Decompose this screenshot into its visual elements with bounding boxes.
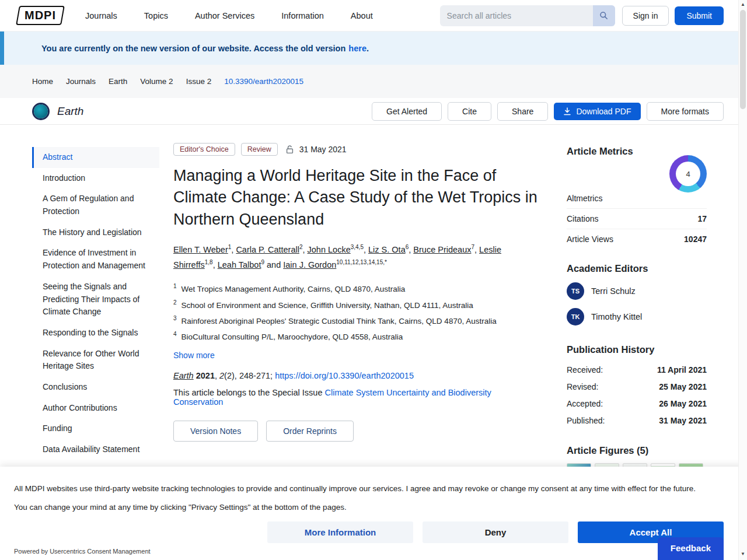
publication-history-heading: Publication History	[567, 344, 707, 355]
publish-date: 31 May 2021	[299, 145, 347, 154]
more-formats-button[interactable]: More formats	[647, 102, 724, 121]
nav-item[interactable]: Author Services	[195, 11, 254, 20]
toc-item[interactable]: Responding to the Signals	[32, 323, 159, 344]
author-separator: ,	[474, 245, 479, 254]
vertical-scrollbar[interactable]: ▲ ▼	[738, 0, 747, 560]
toc-item[interactable]: Evidence of Investment in Protection and…	[32, 243, 159, 276]
toc-item[interactable]: Relevance for Other World Heritage Sites	[32, 344, 159, 377]
citation-part[interactable]: Earth	[173, 371, 194, 380]
download-pdf-button[interactable]: Download PDF	[554, 103, 640, 120]
order-reprints-button[interactable]: Order Reprints	[266, 421, 354, 442]
nav-item[interactable]: About	[351, 11, 373, 20]
toc-item[interactable]: Seeing the Signals and Predicting Their …	[32, 276, 159, 323]
breadcrumb-item[interactable]: 10.3390/earth2020015	[224, 77, 303, 86]
search-button[interactable]	[593, 5, 615, 26]
academic-editor[interactable]: TSTerri Schulz	[567, 282, 707, 300]
toc-item[interactable]: Data Availability Statement	[32, 439, 159, 460]
submit-button[interactable]: Submit	[675, 6, 724, 25]
academic-editor[interactable]: TKTimothy Kittel	[567, 308, 707, 326]
metric-row[interactable]: Article Views10247	[567, 229, 707, 249]
editor-list: TSTerri SchulzTKTimothy Kittel	[567, 282, 707, 326]
altmetric-badge[interactable]: 4	[669, 155, 707, 192]
history-label: Published:	[567, 416, 605, 425]
more-information-button[interactable]: More Information	[267, 522, 413, 543]
academic-editors-heading: Academic Editors	[567, 263, 707, 274]
author-link[interactable]: Carla P. Catterall	[236, 245, 299, 254]
author-separator: ,	[213, 260, 218, 270]
nav-item[interactable]: Information	[281, 11, 324, 20]
top-navbar: MDPI JournalsTopicsAuthor ServicesInform…	[0, 0, 738, 32]
author-affiliation-sup: 1,8	[205, 259, 213, 265]
download-icon	[563, 107, 571, 116]
toc-item[interactable]: Funding	[32, 418, 159, 439]
history-value: 25 May 2021	[659, 382, 707, 391]
author-affiliation-sup: 10,11,12,13,14,15,*	[336, 259, 387, 265]
toc-item[interactable]: Introduction	[32, 168, 159, 189]
toc-item[interactable]: A Gem of Regulation and Protection	[32, 188, 159, 222]
breadcrumb-item[interactable]: Journals	[66, 77, 96, 86]
mdpi-logo[interactable]: MDPI	[16, 6, 65, 25]
citation-part: (2), 248-271;	[224, 371, 275, 380]
breadcrumb-item[interactable]: Issue 2	[186, 77, 212, 86]
show-more-link[interactable]: Show more	[173, 351, 215, 360]
author-affiliation-sup: 3,4,5	[351, 244, 364, 250]
scroll-up-arrow[interactable]: ▲	[739, 1, 747, 9]
citation-part[interactable]: https://doi.org/10.3390/earth2020015	[275, 371, 414, 380]
badge-row: Editor's Choice Review 31 May 2021	[173, 143, 543, 156]
feedback-button[interactable]: Feedback	[658, 537, 724, 560]
affiliation: 4BioCultural Consulting P/L, Maroochydor…	[173, 328, 543, 344]
breadcrumb-item[interactable]: Earth	[109, 77, 127, 86]
toc-item[interactable]: Conclusions	[32, 377, 159, 398]
toc-item[interactable]: Abstract	[32, 147, 159, 168]
publication-history-row: Published:31 May 2021	[567, 412, 707, 429]
publication-history-row: Revised:25 May 2021	[567, 378, 707, 395]
author: Carla P. Catterall2,	[236, 245, 307, 254]
metric-row[interactable]: Citations17	[567, 209, 707, 229]
affiliation: 2School of Environment and Science, Grif…	[173, 297, 543, 313]
nav-item[interactable]: Journals	[85, 11, 117, 20]
publication-history-row: Accepted:26 May 2021	[567, 395, 707, 412]
author-list: Ellen T. Weber1, Carla P. Catterall2, Jo…	[173, 242, 543, 272]
affiliation-text: School of Environment and Science, Griff…	[181, 300, 473, 309]
author: John Locke3,4,5,	[308, 245, 368, 254]
affiliation-text: BioCultural Consulting P/L, Maroochydore…	[181, 332, 403, 341]
toc-item[interactable]: Author Contributions	[32, 398, 159, 419]
table-of-contents: AbstractIntroductionA Gem of Regulation …	[32, 147, 159, 502]
toc-item[interactable]: The History and Legislation	[32, 222, 159, 243]
author-link[interactable]: Iain J. Gordon	[283, 260, 336, 270]
share-button[interactable]: Share	[497, 102, 548, 121]
affiliation-number: 2	[173, 299, 177, 306]
author-link[interactable]: Ellen T. Weber	[173, 245, 228, 254]
author-separator: ,	[302, 245, 307, 254]
affiliation-text: Rainforest Aboriginal Peoples' Strategic…	[181, 316, 497, 325]
cookie-text-line1: All MDPI websites use third-party websit…	[14, 484, 733, 493]
breadcrumb-item[interactable]: Home	[32, 77, 53, 86]
editor-avatar: TK	[567, 308, 584, 326]
version-notes-button[interactable]: Version Notes	[173, 421, 258, 442]
special-issue-line: This article belongs to the Special Issu…	[173, 388, 543, 407]
scroll-down-arrow[interactable]: ▼	[739, 550, 747, 558]
deny-button[interactable]: Deny	[423, 522, 568, 543]
breadcrumb-item[interactable]: Volume 2	[140, 77, 173, 86]
editors-choice-badge: Editor's Choice	[173, 143, 235, 156]
metrics-rows: AltmetricsCitations17Article Views10247	[567, 188, 707, 249]
author-link[interactable]: John Locke	[308, 245, 351, 254]
nav-item[interactable]: Topics	[144, 11, 168, 20]
search-icon	[599, 11, 608, 20]
author-link[interactable]: Bruce Prideaux	[413, 245, 471, 254]
publication-history-row: Received:11 April 2021	[567, 361, 707, 378]
search-input[interactable]	[440, 5, 593, 26]
notice-text: You are currently on the new version of …	[41, 44, 345, 53]
author-link[interactable]: Liz S. Ota	[368, 245, 406, 254]
metric-label: Citations	[567, 214, 598, 223]
sign-in-button[interactable]: Sign in	[622, 6, 669, 26]
old-version-link[interactable]: here	[348, 44, 366, 53]
history-label: Revised:	[567, 382, 598, 391]
citation-part: 2	[219, 371, 224, 380]
scrollbar-thumb[interactable]	[740, 10, 746, 109]
citation-line: Earth 2021, 2(2), 248-271; https://doi.o…	[173, 371, 543, 380]
cite-button[interactable]: Cite	[448, 102, 491, 121]
get-alerted-button[interactable]: Get Alerted	[372, 102, 442, 121]
author-link[interactable]: Leah Talbot	[218, 260, 261, 270]
review-badge: Review	[241, 143, 278, 156]
